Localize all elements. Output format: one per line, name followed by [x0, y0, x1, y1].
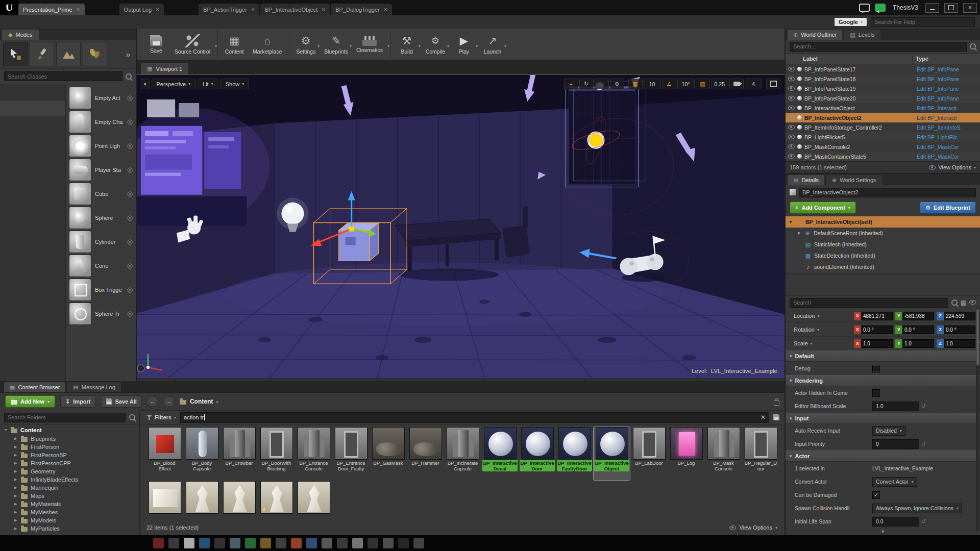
place-mode-button[interactable] [3, 42, 28, 66]
edit-blueprint-button[interactable]: ⚙Edit Blueprint [920, 202, 976, 214]
folder-row[interactable]: ▶ Geometry [0, 467, 139, 475]
x-value-field[interactable]: 1.0 [861, 339, 893, 348]
asset-tile[interactable]: BP_Crowbar [221, 427, 257, 480]
toolbar-button[interactable]: Marketplace [249, 30, 289, 59]
drag-grip-icon[interactable]: ◎ [127, 142, 133, 149]
asset-tile[interactable]: BP_Entrance Door_Faulty [333, 427, 369, 480]
placeable-item[interactable]: Empty Cha ◎ [66, 110, 136, 134]
expander-icon[interactable]: ▶ [14, 510, 18, 514]
expander-icon[interactable]: ▶ [14, 437, 18, 441]
expander-icon[interactable]: ▼ [797, 231, 801, 236]
outliner-row[interactable]: BP_InteractiveObject2 Edit BP_Interacti [786, 113, 980, 122]
number-field[interactable]: 1.0 [872, 402, 919, 411]
outliner-search-input[interactable] [790, 42, 967, 52]
landscape-mode-button[interactable] [56, 42, 81, 66]
section-header-default[interactable]: ▾ Default [786, 350, 980, 362]
chevron-down-icon[interactable]: ▾ [419, 44, 421, 48]
viewport-options-button[interactable]: ▾ [141, 79, 150, 89]
section-header-actor[interactable]: ▾ Actor [786, 450, 980, 462]
visibility-eye-icon[interactable] [788, 154, 795, 159]
display-filter-eye-icon[interactable] [969, 300, 976, 305]
outliner-row[interactable]: BP_MaskConsole2 Edit BP_MaskCor [786, 142, 980, 152]
taskbar-app-icon[interactable] [214, 538, 225, 548]
drag-grip-icon[interactable]: ◎ [127, 166, 133, 173]
placement-category[interactable] [0, 86, 65, 101]
chat-bubble-icon[interactable] [859, 4, 870, 12]
window-tab[interactable]: Output Log × [119, 4, 164, 15]
scale-tool-button[interactable]: □ [595, 79, 609, 89]
visibility-eye-icon[interactable] [788, 77, 795, 81]
actor-type-link[interactable]: Edit BP_InfoPane [917, 76, 979, 82]
asset-tile[interactable]: BP_Entrance Console [296, 427, 332, 480]
actor-type-link[interactable]: Edit BP_MaskCor [917, 144, 979, 150]
z-value-field[interactable]: 0.0 ° [944, 325, 975, 334]
placement-category[interactable] [0, 101, 65, 116]
toolbar-button[interactable]: Settings ▾ [291, 30, 320, 59]
outliner-row[interactable]: BP_InfoPanelState19 Edit BP_InfoPane [786, 84, 980, 93]
scale-snap-icon[interactable]: ▥ [696, 79, 710, 89]
actor-type-link[interactable]: Edit BP_InfoPane [917, 86, 979, 92]
tab-close-icon[interactable]: × [384, 7, 387, 12]
visibility-eye-icon[interactable] [788, 86, 795, 91]
taskbar-app-icon[interactable] [322, 538, 332, 548]
actor-type-link[interactable]: Edit BP_MaskCor [917, 154, 979, 160]
folder-root[interactable]: ▼ Content [0, 425, 139, 435]
search-engine-button[interactable]: Google▾ [835, 18, 867, 26]
window-tab[interactable]: BP_DialogTrigger × [331, 4, 391, 15]
dropdown[interactable]: Disabled▾ [872, 426, 905, 436]
add-component-button[interactable]: +Add Component▾ [790, 202, 856, 214]
actor-type-link[interactable]: Edit BP_LightFlic [917, 134, 979, 140]
taskbar-app-icon[interactable] [153, 538, 164, 548]
folder-row[interactable]: ▶ Mannequin [0, 484, 139, 492]
tab-content-browser[interactable]: ▦Content Browser [4, 382, 65, 392]
search-folders-input[interactable] [4, 413, 126, 422]
number-field[interactable]: 0.0 [872, 517, 919, 527]
placeable-item[interactable]: Sphere Tr ◎ [66, 302, 136, 325]
asset-tile[interactable] [296, 481, 332, 517]
checkbox[interactable] [872, 365, 880, 372]
taskbar-app-icon[interactable] [184, 538, 194, 548]
chevron-down-icon[interactable]: ▾ [476, 44, 478, 48]
tab-levels[interactable]: ▤Levels [844, 30, 880, 40]
close-button[interactable]: × [963, 3, 977, 13]
viewport-canvas[interactable] [137, 75, 785, 378]
actor-type-link[interactable]: Edit BP_Interacti [917, 115, 979, 121]
angle-snap-value[interactable]: 10° [677, 79, 695, 89]
outliner-row[interactable]: BP_MaskContainerState5 Edit BP_MaskCor [786, 152, 980, 161]
section-header-rendering[interactable]: ▾ Rendering [786, 375, 980, 386]
column-label[interactable]: Label [786, 56, 912, 62]
save-all-button[interactable]: Save All [101, 395, 142, 408]
forward-button[interactable]: → [163, 396, 175, 407]
z-value-field[interactable]: 224.599 [944, 312, 975, 320]
import-button[interactable]: ↧Import [60, 395, 95, 408]
toolbar-button[interactable]: Blueprints ▾ [320, 30, 352, 59]
asset-tile[interactable]: BP_DoorWith Blocking [258, 427, 295, 480]
drag-grip-icon[interactable]: ◎ [127, 118, 133, 126]
expander-icon[interactable]: ▶ [14, 478, 18, 482]
taskbar-app-icon[interactable] [168, 538, 179, 548]
toolbar-button[interactable]: Build ▾ [393, 30, 421, 59]
clear-search-icon[interactable]: ✕ [761, 414, 766, 421]
chat-bubble-active-icon[interactable] [875, 4, 886, 12]
filters-button[interactable]: Filters ▾ [146, 414, 176, 420]
reset-icon[interactable]: ↺ [921, 441, 926, 447]
tab-world-settings[interactable]: ⊕World Settings [826, 175, 882, 185]
asset-tile[interactable] [184, 481, 220, 517]
x-value-field[interactable]: 4881.271 [861, 312, 893, 320]
folder-row[interactable]: ▶ Blueprints [0, 435, 139, 443]
drag-grip-icon[interactable]: ◎ [127, 286, 133, 293]
drag-grip-icon[interactable]: ◎ [127, 310, 133, 317]
cb-view-options[interactable]: View Options ▾ [729, 524, 777, 531]
taskbar-app-icon[interactable] [230, 538, 240, 548]
window-tab[interactable]: BP_ActionTrigger × [199, 4, 259, 15]
visibility-eye-icon[interactable] [788, 106, 795, 110]
component-row[interactable]: StaticMesh (Inherited) [786, 239, 980, 250]
asset-tile[interactable]: BP_GasMask [370, 427, 406, 480]
toolbar-button[interactable]: Source Control ▾ [170, 30, 218, 59]
expander-icon[interactable]: ▶ [14, 461, 18, 465]
placeable-item[interactable]: Cylinder ◎ [66, 230, 136, 254]
actor-type-link[interactable]: Edit BP_Interacti [917, 105, 979, 111]
drag-grip-icon[interactable]: ◎ [127, 190, 133, 197]
viewport-tab[interactable]: ▦ Viewport 1 [141, 63, 188, 76]
toolbar-button[interactable]: Content [220, 30, 249, 59]
